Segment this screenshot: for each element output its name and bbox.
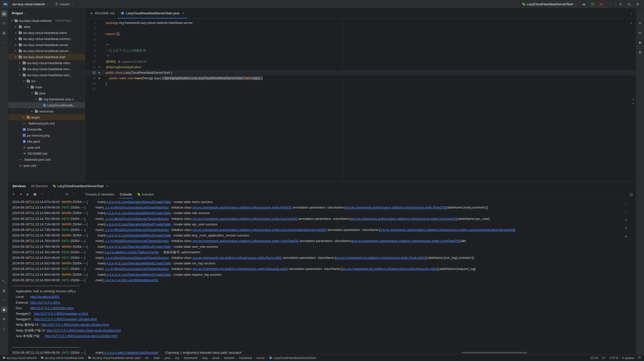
view-tab-console[interactable]: Console: [117, 190, 135, 198]
console-url-link[interactable]: http://127.0.0.1:6001: [30, 301, 60, 304]
console-url-link[interactable]: http://127.0.0.1:6001/acw-local-client-u…: [45, 334, 118, 338]
console-url-link[interactable]: http://127.0.0.1:6001/netty-client-local…: [47, 329, 121, 332]
services-tab[interactable]: LazyCloudHeartbeatServerStart✕: [53, 184, 108, 188]
class-link[interactable]: org.wu.framework.log.platform.infrastruc…: [342, 267, 438, 271]
build-icon[interactable]: ⚒: [1, 316, 7, 322]
scroll-to-end-icon[interactable]: ⇩: [623, 225, 629, 231]
status-widget[interactable]: UTF-8: [609, 356, 618, 360]
console-url-link[interactable]: http://127.0.0.1:6001/netty-server-ui/in…: [41, 323, 109, 327]
tree-item[interactable]: </>.flattened-pom.xml: [8, 156, 85, 163]
services-panel-title[interactable]: Services: [12, 184, 26, 188]
tree-chevron-icon[interactable]: ▸: [14, 31, 17, 34]
console[interactable]: 2024-09-28T11:13:14.670+08:00 WARN 25354…: [8, 198, 636, 354]
tree-chevron-icon[interactable]: ▸: [18, 68, 21, 70]
tree-item[interactable]: ▸.idea: [8, 24, 85, 30]
tree-item[interactable]: ▸wu-lazy-cloud-heartbeat-server: [8, 42, 85, 48]
tree-chevron-icon[interactable]: ▸: [14, 37, 17, 40]
logger-link[interactable]: e.d.p.m.d.LazyOperationMethodCreateTable: [107, 211, 171, 215]
tabs-options-icon[interactable]: ⋮: [630, 12, 633, 15]
logger-link[interactable]: e.d.p.m.d.LazyOperationMethodCreateTable: [107, 245, 171, 249]
tree-chevron-icon[interactable]: ▾: [14, 56, 17, 58]
logger-link[interactable]: .c.s.m.MysqlSourceAdvancedTargetAbstract: [105, 256, 169, 260]
logger-link[interactable]: o.w.f.w.s.ui.info.LazyWebAddressInfo: [105, 278, 158, 282]
structure-icon[interactable]: ▤: [1, 30, 7, 36]
breadcrumb-item[interactable]: cloud: [212, 356, 219, 360]
more-run-actions-icon[interactable]: ⋮: [606, 1, 613, 7]
terminal-icon[interactable]: >_: [1, 278, 7, 284]
tree-item[interactable]: ▸wu-lazy-cloud-heartbeat-clien...: [8, 60, 85, 66]
soft-wrap-icon[interactable]: ↩: [623, 217, 629, 223]
breadcrumb-item[interactable]: lazy: [202, 356, 208, 360]
tree-chevron-icon[interactable]: ▾: [35, 98, 38, 100]
console-url-link[interactable]: http://localhost:6001: [30, 295, 59, 299]
search-icon[interactable]: [626, 1, 632, 7]
commit-icon[interactable]: ⊙: [1, 20, 7, 26]
inspections-ok-icon[interactable]: ✓: [630, 21, 633, 25]
console-url-link[interactable]: http://127.0.0.1:6001/swagger-ui/index.h…: [34, 317, 97, 321]
class-link[interactable]: org.wu.framework.log.platform.infrastruc…: [192, 267, 288, 271]
breadcrumb-item[interactable]: wu-lazy-cloud-network: [3, 356, 37, 360]
tree-item[interactable]: ▸resources: [8, 108, 85, 114]
settings-gear-icon[interactable]: ⚙: [634, 1, 641, 7]
ai-assistant-icon[interactable]: ✳: [637, 20, 643, 26]
class-link[interactable]: org.wu.framework.authorization.platform.…: [352, 239, 459, 243]
logger-link[interactable]: e.d.p.m.d.LazyOperationMethodCreateTable: [107, 273, 171, 276]
class-link[interactable]: org.wu.framework.authorization.platform.…: [351, 217, 456, 221]
tree-chevron-icon[interactable]: ▸: [14, 50, 17, 52]
logger-link[interactable]: e.d.p.m.d.LazyOperationMethodCreateTable: [107, 200, 171, 204]
tree-item[interactable]: ▾main: [8, 84, 85, 90]
tree-item[interactable]: ▾java: [8, 90, 85, 96]
stop-icon[interactable]: ■: [18, 191, 23, 197]
tree-chevron-icon[interactable]: ▸: [14, 25, 17, 28]
logger-link[interactable]: o.s.b.a.e.web.EndpointLinksResolver: [105, 351, 158, 354]
mute-breakpoints-icon[interactable]: ⊘: [64, 191, 70, 197]
logger-link[interactable]: e.d.p.m.d.LazyOperationMethodCreateTable: [107, 222, 171, 226]
tree-item[interactable]: Kk8s.yaml: [8, 138, 85, 144]
step-into-icon[interactable]: ↓: [46, 191, 52, 197]
breadcrumb-item[interactable]: network: [224, 356, 234, 360]
close-tab-icon[interactable]: ✕: [106, 185, 108, 187]
branch-selector[interactable]: master ⌄: [53, 2, 76, 7]
more-icon[interactable]: ⋮: [71, 191, 77, 197]
console-url-link[interactable]: http://127.0.0.1:6001/doc.html: [30, 306, 74, 310]
breadcrumb-item[interactable]: CLazyCloudHeartbeatServerStart: [269, 356, 316, 360]
resume-icon[interactable]: ▶: [25, 191, 30, 197]
tree-item[interactable]: jar-memory.png: [8, 132, 85, 138]
breadcrumb-item[interactable]: server: [256, 356, 265, 360]
class-link[interactable]: org.wu.framework.authorization.platform.…: [192, 228, 326, 232]
database-icon[interactable]: ▥: [1, 287, 7, 294]
project-avatar[interactable]: WN: [3, 2, 8, 7]
services-tab[interactable]: All Services: [31, 184, 48, 188]
breadcrumb-item[interactable]: src: [145, 356, 149, 360]
fold-marker[interactable]: ›: [102, 31, 106, 37]
close-tab-icon[interactable]: ✕: [182, 12, 184, 15]
tree-item[interactable]: ▸target: [8, 114, 85, 120]
class-link[interactable]: org.wu.framework.authorization.platform.…: [346, 206, 445, 209]
tree-item[interactable]: DDockerfile: [8, 126, 85, 132]
logger-link[interactable]: .c.s.m.MysqlSourceAdvancedTargetAbstract: [105, 267, 169, 271]
step-out-icon[interactable]: ↑: [53, 191, 59, 197]
project-selector[interactable]: wu-lazy-cloud-network ⌄: [10, 2, 51, 7]
tree-chevron-icon[interactable]: ▸: [14, 44, 17, 46]
tree-chevron-icon[interactable]: ▾: [30, 92, 33, 94]
tree-chevron-icon[interactable]: ▾: [10, 19, 13, 22]
scroll-to-top-icon[interactable]: ↑: [623, 200, 629, 206]
lock-icon[interactable]: [638, 357, 640, 359]
tree-item[interactable]: ▾org.framework.lazy.c...: [8, 96, 85, 102]
tree-item[interactable]: MREADME.md: [8, 150, 85, 156]
tree-chevron-icon[interactable]: ▾: [22, 80, 25, 82]
spring-run-gutter-icon[interactable]: ↻: [97, 64, 102, 70]
run-config-selector[interactable]: LazyCloudHeartbeatServerStart ⌄: [520, 2, 579, 7]
class-link[interactable]: org.wu.framework.authorization.platform.…: [192, 206, 292, 209]
logger-link[interactable]: e.d.p.m.d.LazyOperationMethodCreateTable: [107, 233, 171, 237]
problems-icon[interactable]: ⚠: [1, 326, 7, 332]
code-with-me-icon[interactable]: [617, 1, 624, 7]
class-link[interactable]: org.wu.framework.log.platform.infrastruc…: [192, 256, 282, 260]
tree-chevron-icon[interactable]: ▸: [22, 116, 25, 118]
tree-item[interactable]: ▾wu-lazy-cloud-network~/IdeaProjec...: [8, 18, 85, 24]
breadcrumb-item[interactable]: main: [154, 356, 160, 360]
todo-icon[interactable]: ◔: [1, 297, 7, 303]
maven-icon[interactable]: m: [637, 30, 643, 36]
view-tab-threads-variables[interactable]: Threads & Variables: [82, 190, 117, 198]
stop-application-icon[interactable]: ■: [598, 1, 604, 7]
